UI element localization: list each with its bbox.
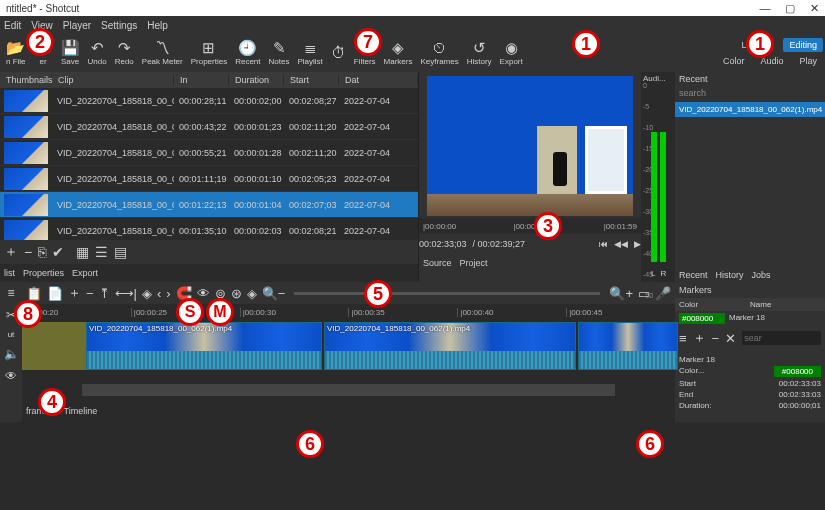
open-file-button[interactable]: 📂n File xyxy=(6,40,26,66)
preview-ruler[interactable]: |00:00:00 |00:00:59 |00:01:59 xyxy=(419,218,641,234)
playlist-button[interactable]: ≣Playlist xyxy=(297,40,322,66)
recent-button[interactable]: 🕘Recent xyxy=(235,40,260,66)
mode-player[interactable]: Play xyxy=(793,54,823,68)
track-header[interactable] xyxy=(22,322,86,370)
tab-jobs[interactable]: Jobs xyxy=(752,270,771,280)
recent-item[interactable]: VID_20220704_185818_00_062(1).mp4 xyxy=(675,102,825,117)
eye-icon[interactable]: 👁 xyxy=(5,369,17,383)
tab-project[interactable]: Project xyxy=(460,258,488,268)
prev-marker-icon[interactable]: ‹ xyxy=(157,286,161,301)
tab-recent[interactable]: Recent xyxy=(679,270,708,280)
marker-row[interactable]: #008000 Marker 18 xyxy=(675,311,825,326)
redo-button[interactable]: ↷Redo xyxy=(115,40,134,66)
tab-history[interactable]: History xyxy=(716,270,744,280)
marker-color-button[interactable]: Color... xyxy=(679,366,704,377)
ripple-markers-icon[interactable]: ◈ xyxy=(247,286,257,301)
playlist-update-icon[interactable]: ⎘ xyxy=(38,244,46,260)
close-icon[interactable]: ✕ xyxy=(810,2,819,14)
markers-menu-icon[interactable]: ≡ xyxy=(679,331,687,346)
scrub-icon[interactable]: 👁 xyxy=(197,286,210,301)
save-button[interactable]: 💾Save xyxy=(61,40,80,66)
history-button[interactable]: ↺History xyxy=(467,40,492,66)
zoom-slider[interactable] xyxy=(294,292,600,295)
playlist-row[interactable]: VID_20220704_185818_00_062(1).mp4 00:00:… xyxy=(0,114,418,140)
markers-search[interactable] xyxy=(742,331,821,345)
menu-edit[interactable]: Edit xyxy=(4,20,21,31)
timeline-clip[interactable]: VID_20220704_185818_00_062(1).mp4 xyxy=(324,322,576,370)
skip-prev-icon[interactable]: ⏮ xyxy=(599,239,608,249)
keyframe-icon: ⏲ xyxy=(432,40,447,55)
playlist-remove-icon[interactable]: − xyxy=(24,244,32,260)
play-icon[interactable]: ▶ xyxy=(634,239,641,249)
remove-icon[interactable]: − xyxy=(86,286,94,301)
lift-icon[interactable]: ⤒ xyxy=(99,286,110,301)
main-toolbar: 📂n File 📁er 💾Save ↶Undo ↷Redo 〽Peak Mete… xyxy=(0,34,825,72)
annotation-badge: 2 xyxy=(26,28,54,56)
timeline-menu-icon[interactable]: ≡ xyxy=(7,286,14,300)
playlist-thumbnail xyxy=(4,194,48,216)
timeline-main: 📋 📄 ＋ − ⤒ ⟷| ◈ ‹ › 🧲 👁 ⊚ ⊛ ◈ 🔍− 🔍+ ▭ 🎤 |… xyxy=(22,282,675,422)
playlist-row[interactable]: VID_20220704_185818_00_062(1).mp4 00:00:… xyxy=(0,140,418,166)
mode-editing[interactable]: Editing xyxy=(783,38,823,52)
playlist-row[interactable]: VID_20220704_185818_00_062(1).mp4 00:01:… xyxy=(0,218,418,240)
audio-meter-panel: Audi... 0-5-10-15-20-25-30-35-40-45-50 L… xyxy=(641,72,675,282)
playlist-thumbnail xyxy=(4,220,48,241)
timeline-clip[interactable] xyxy=(578,322,678,370)
playlist-check-icon[interactable]: ✔ xyxy=(52,244,64,260)
next-marker-icon[interactable]: › xyxy=(166,286,170,301)
preview-panel: |00:00:00 |00:00:59 |00:01:59 00:02:33;0… xyxy=(419,72,641,282)
paste-icon[interactable]: 📄 xyxy=(47,286,63,301)
timeline-button[interactable]: ⏱ xyxy=(331,45,346,62)
timeline-tracks[interactable]: VID_20220704_185818_00_062(1).mp4 VID_20… xyxy=(22,320,675,380)
zoom-in-icon[interactable]: 🔍+ xyxy=(609,286,633,301)
recent-search[interactable]: search xyxy=(675,86,825,100)
timeline-toolbar: 📋 📄 ＋ − ⤒ ⟷| ◈ ‹ › 🧲 👁 ⊚ ⊛ ◈ 🔍− 🔍+ ▭ 🎤 xyxy=(22,282,675,304)
playlist-view-icons-icon[interactable]: ▤ xyxy=(114,244,127,260)
timeline-clip[interactable]: VID_20220704_185818_00_062(1).mp4 xyxy=(86,322,322,370)
mode-color[interactable]: Color xyxy=(717,54,751,68)
preview-viewport[interactable] xyxy=(427,76,633,216)
markers-button[interactable]: ◈Markers xyxy=(384,40,413,66)
playlist-add-icon[interactable]: ＋ xyxy=(4,243,18,261)
tab-timeline[interactable]: Timeline xyxy=(64,406,98,416)
tab-list[interactable]: list xyxy=(4,268,15,278)
playlist-view-tiles-icon[interactable]: ☰ xyxy=(95,244,108,260)
properties-button[interactable]: ⊞Properties xyxy=(191,40,227,66)
playlist-row[interactable]: VID_20220704_185818_00_062(1).mp4 00:01:… xyxy=(0,166,418,192)
split-icon[interactable]: ⟷| xyxy=(115,286,137,301)
export-button[interactable]: ◉Export xyxy=(500,40,523,66)
mute-icon[interactable]: 🔈 xyxy=(4,347,19,361)
notes-button[interactable]: ✎Notes xyxy=(269,40,290,66)
current-time[interactable]: 00:02:33;03 xyxy=(419,239,467,249)
minimize-icon[interactable]: — xyxy=(759,2,770,14)
timeline-ruler[interactable]: |00:00:20 |00:00:25 |00:00:30 |00:00:35 … xyxy=(22,304,675,320)
zoom-out-icon[interactable]: 🔍− xyxy=(262,286,286,301)
tab-source[interactable]: Source xyxy=(423,258,452,268)
rewind-icon[interactable]: ◀◀ xyxy=(614,239,628,249)
undo-button[interactable]: ↶Undo xyxy=(88,40,107,66)
tab-export[interactable]: Export xyxy=(72,268,98,278)
record-audio-icon[interactable]: 🎤 xyxy=(655,286,671,301)
menu-player[interactable]: Player xyxy=(63,20,91,31)
playlist-row[interactable]: VID_20220704_185818_00_062(1).mp4 00:00:… xyxy=(0,88,418,114)
timeline-scrollbar[interactable] xyxy=(82,384,615,396)
tab-properties[interactable]: Properties xyxy=(23,268,64,278)
keyframes-button[interactable]: ⏲Keyframes xyxy=(420,40,458,66)
ripple-all-icon[interactable]: ⊛ xyxy=(231,286,242,301)
recent-tab[interactable]: Recent xyxy=(675,72,825,86)
markers-add-icon[interactable]: ＋ xyxy=(693,329,706,347)
markers-remove-icon[interactable]: − xyxy=(712,331,720,346)
playlist-view-detail-icon[interactable]: ▦ xyxy=(76,244,89,260)
redo-icon: ↷ xyxy=(118,40,131,55)
copy-icon[interactable]: 📋 xyxy=(26,286,42,301)
menu-help[interactable]: Help xyxy=(147,20,168,31)
markers-clear-icon[interactable]: ✕ xyxy=(725,331,736,346)
add-icon[interactable]: ＋ xyxy=(68,284,81,302)
maximize-icon[interactable]: ▢ xyxy=(785,2,795,14)
menu-settings[interactable]: Settings xyxy=(101,20,137,31)
playlist-row[interactable]: VID_20220704_185818_00_062(1).mp4 00:01:… xyxy=(0,192,418,218)
annotation-badge: 5 xyxy=(364,280,392,308)
peak-meter-button[interactable]: 〽Peak Meter xyxy=(142,40,183,66)
folder-open-icon: 📂 xyxy=(6,40,25,55)
marker-add-icon[interactable]: ◈ xyxy=(142,286,152,301)
